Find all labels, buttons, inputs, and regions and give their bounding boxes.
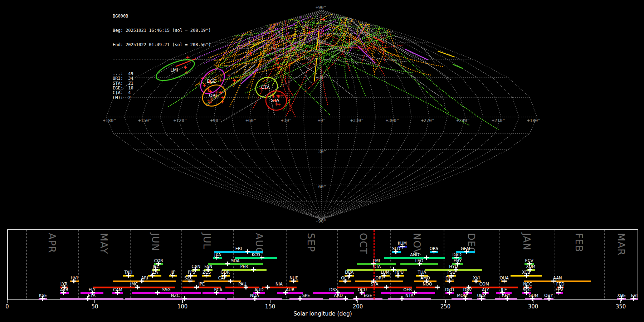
peak-marker bbox=[382, 273, 386, 278]
peak-marker bbox=[505, 296, 509, 301]
peak-marker bbox=[126, 273, 131, 278]
meteor-trail bbox=[265, 15, 446, 30]
meteor-trail bbox=[215, 51, 310, 66]
radiant-plus-marker bbox=[277, 103, 280, 106]
latitude-label: +90° bbox=[316, 5, 326, 10]
shower-bar-AND bbox=[384, 257, 445, 259]
meteor-trail bbox=[330, 20, 452, 80]
peak-marker bbox=[265, 285, 270, 289]
longitude-label: +30° bbox=[281, 118, 292, 123]
month-label: OCT bbox=[358, 233, 369, 254]
month-label: SEP bbox=[306, 233, 317, 252]
peak-marker bbox=[225, 262, 230, 266]
peak-marker bbox=[150, 273, 155, 278]
shower-bar-SDA bbox=[208, 263, 263, 265]
peak-marker bbox=[245, 249, 250, 254]
peak-marker bbox=[343, 296, 348, 301]
x-tick bbox=[270, 300, 270, 303]
peak-marker bbox=[244, 285, 248, 289]
latitude-label: +30° bbox=[316, 75, 326, 80]
longitude-label: +330° bbox=[350, 118, 364, 123]
x-tick-label: 150 bbox=[265, 303, 275, 310]
peak-marker bbox=[449, 273, 454, 278]
shower-count-line: EGE: 10 bbox=[113, 86, 216, 91]
meteor-streak bbox=[405, 49, 428, 59]
shower-count-line: ...: 49 bbox=[113, 72, 216, 76]
shower-bar-CAP bbox=[204, 280, 241, 282]
peak-marker bbox=[255, 291, 260, 295]
peak-marker bbox=[394, 249, 398, 254]
latitude-label: -30° bbox=[316, 149, 326, 154]
meteor-trail bbox=[214, 22, 347, 69]
x-tick-label: 350 bbox=[616, 303, 626, 310]
longitude-label: +0° bbox=[318, 118, 326, 123]
month-label: JUL bbox=[201, 233, 213, 249]
peak-marker bbox=[72, 279, 76, 283]
peak-marker bbox=[454, 255, 459, 260]
peak-marker bbox=[424, 279, 429, 283]
shower-count-line: STA: 21 bbox=[113, 81, 216, 86]
shower-label: NIA bbox=[275, 282, 283, 287]
shower-label: COM bbox=[479, 282, 489, 287]
shower-label: SPE bbox=[302, 293, 310, 298]
x-tick-label: 300 bbox=[528, 303, 538, 310]
month-label: JAN bbox=[521, 233, 532, 250]
shower-bar-SSG bbox=[132, 292, 201, 294]
shower-count-line: CTA: 4 bbox=[113, 91, 216, 95]
shower-label: SSG bbox=[162, 287, 171, 292]
month-label: MAR bbox=[616, 233, 627, 256]
longitude-label: +90° bbox=[210, 118, 221, 123]
x-tick bbox=[7, 300, 8, 303]
shower-bar-ARI bbox=[113, 280, 176, 282]
meridian-line bbox=[322, 10, 483, 219]
peak-marker bbox=[343, 279, 347, 283]
shower-bar-ETA bbox=[60, 298, 123, 300]
x-tick-label: 0 bbox=[5, 303, 9, 310]
peak-marker bbox=[215, 255, 219, 260]
meteor-station-plot: LMIEGEORICTASTA+180°+150°+120°+90°+60°+3… bbox=[0, 0, 644, 322]
peak-marker bbox=[194, 285, 199, 289]
peak-marker bbox=[228, 279, 233, 283]
meteor-streak bbox=[232, 26, 247, 29]
peak-marker bbox=[115, 291, 120, 295]
peak-marker bbox=[182, 296, 187, 301]
station-id: BG000B bbox=[113, 14, 216, 19]
latitude-label: -90° bbox=[316, 218, 326, 224]
peak-marker bbox=[454, 267, 458, 272]
shower-label: NZC bbox=[171, 293, 180, 298]
shower-label: KCG bbox=[252, 252, 260, 257]
radiant-plus-marker bbox=[280, 93, 284, 97]
peak-marker bbox=[291, 279, 296, 283]
month-label: FEB bbox=[574, 233, 585, 252]
shower-label: EGE bbox=[364, 293, 372, 298]
longitude-label: +120° bbox=[174, 118, 187, 123]
peak-marker bbox=[251, 267, 256, 272]
shower-label: AND bbox=[410, 252, 419, 257]
longitude-label: +300° bbox=[386, 118, 399, 123]
peak-marker bbox=[547, 296, 551, 301]
longitude-label: +270° bbox=[421, 118, 435, 123]
peak-marker bbox=[91, 291, 95, 295]
longitude-label: +240° bbox=[457, 118, 470, 123]
peak-marker bbox=[140, 279, 144, 283]
begin-time: Beg: 20251021 16:46:15 (sol = 208.19°) bbox=[113, 28, 216, 33]
meteor-trail bbox=[209, 15, 277, 84]
shower-count-line: ORI: 34 bbox=[113, 76, 216, 81]
peak-marker bbox=[371, 262, 376, 266]
peak-marker bbox=[86, 296, 90, 301]
peak-marker bbox=[432, 249, 436, 254]
peak-marker bbox=[558, 285, 563, 289]
month-separator bbox=[444, 230, 444, 299]
shower-ellipse-label: STA bbox=[271, 98, 279, 103]
peak-marker bbox=[524, 291, 529, 295]
peak-marker bbox=[447, 279, 452, 283]
meteor-trail bbox=[233, 48, 321, 52]
meridian-line bbox=[322, 10, 411, 219]
peak-marker bbox=[253, 296, 257, 301]
shower-counts: ...: 49ORI: 34STA: 21EGE: 10CTA: 4LMI: 2 bbox=[113, 72, 216, 100]
peak-marker bbox=[524, 285, 529, 289]
peak-marker bbox=[62, 285, 67, 289]
peak-marker bbox=[222, 273, 227, 278]
peak-marker bbox=[465, 291, 469, 295]
separator-line: ---------------------------------------- bbox=[113, 57, 216, 62]
